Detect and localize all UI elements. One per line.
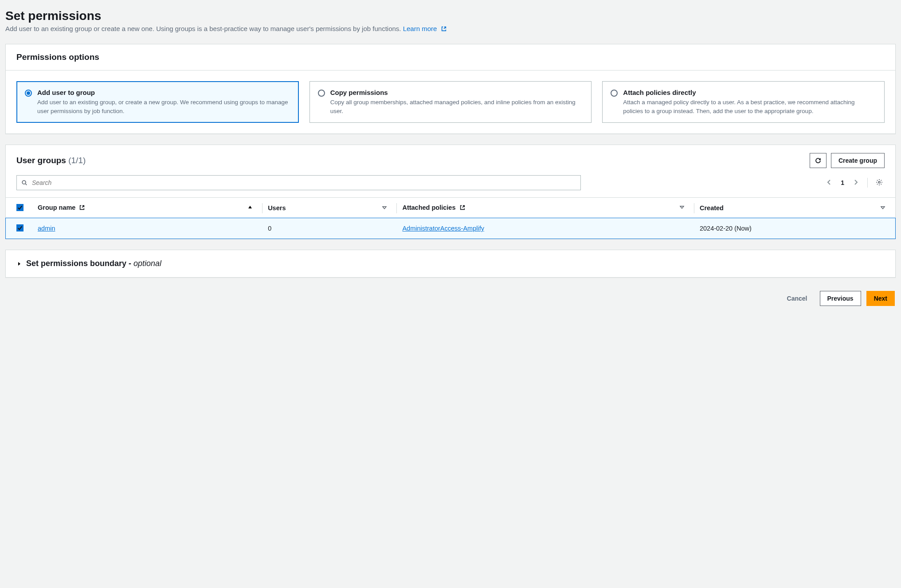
page-title: Set permissions <box>5 9 896 23</box>
divider <box>867 178 868 188</box>
pagination: 1 <box>824 177 885 189</box>
previous-label: Previous <box>827 295 854 302</box>
permissions-options-row: Add user to group Add user to an existin… <box>16 81 885 123</box>
external-link-icon <box>441 26 447 33</box>
permissions-options-header: Permissions options <box>6 44 895 71</box>
col-policies[interactable]: Attached policies <box>397 198 694 219</box>
table-row[interactable]: admin 0 AdministratorAccess-Amplify 2024… <box>6 218 895 239</box>
sort-asc-icon <box>247 204 253 211</box>
page-number: 1 <box>841 179 844 186</box>
user-groups-panel: User groups (1/1) Create group 1 <box>5 145 896 239</box>
option-title: Copy permissions <box>330 89 584 96</box>
user-groups-title: User groups (1/1) <box>16 156 86 165</box>
option-desc: Copy all group memberships, attached man… <box>330 98 584 115</box>
col-created-label: Created <box>700 204 724 212</box>
radio-icon <box>318 90 325 97</box>
select-all-checkbox[interactable] <box>16 204 24 211</box>
filter-icon <box>880 204 885 212</box>
col-group-name[interactable]: Group name <box>32 198 262 219</box>
col-group-name-label: Group name <box>38 204 75 211</box>
refresh-button[interactable] <box>810 153 827 168</box>
search-icon <box>21 180 27 186</box>
policy-link[interactable]: AdministratorAccess-Amplify <box>402 225 484 232</box>
user-groups-table: Group name Users Attached policies <box>6 197 895 239</box>
external-link-icon <box>459 204 466 212</box>
footer-actions: Cancel Previous Next <box>5 288 896 315</box>
option-title: Attach policies directly <box>623 89 876 96</box>
learn-more-label: Learn more <box>403 25 437 32</box>
col-policies-label: Attached policies <box>402 204 455 211</box>
filter-icon <box>679 204 685 211</box>
caret-right-icon <box>16 261 22 267</box>
group-name-link[interactable]: admin <box>38 225 55 232</box>
radio-icon <box>611 90 618 97</box>
cancel-label: Cancel <box>787 295 807 302</box>
permissions-boundary-toggle[interactable]: Set permissions boundary - optional <box>6 250 895 277</box>
permissions-boundary-title-text: Set permissions boundary - <box>26 259 133 268</box>
external-link-icon <box>79 204 85 212</box>
page-description: Add user to an existing group or create … <box>5 25 896 33</box>
user-groups-count: (1/1) <box>68 156 86 165</box>
radio-icon <box>25 90 32 97</box>
cell-users: 0 <box>262 218 397 239</box>
option-desc: Add user to an existing group, or create… <box>37 98 290 115</box>
gear-icon <box>876 179 883 186</box>
permissions-boundary-panel: Set permissions boundary - optional <box>5 250 896 278</box>
col-users-label: Users <box>268 204 286 212</box>
cell-created: 2024-02-20 (Now) <box>694 218 895 239</box>
cancel-button[interactable]: Cancel <box>780 291 815 306</box>
prev-page-button[interactable] <box>824 177 834 189</box>
settings-button[interactable] <box>874 177 885 189</box>
permissions-boundary-title: Set permissions boundary - optional <box>26 259 161 268</box>
previous-button[interactable]: Previous <box>820 291 861 306</box>
search-input[interactable] <box>31 179 576 187</box>
row-checkbox[interactable] <box>16 224 24 231</box>
check-icon <box>17 204 23 211</box>
refresh-icon <box>815 157 822 164</box>
next-page-button[interactable] <box>850 177 861 189</box>
chevron-right-icon <box>852 179 859 186</box>
check-icon <box>17 225 23 231</box>
permissions-boundary-optional: optional <box>133 259 161 268</box>
learn-more-link[interactable]: Learn more <box>403 25 447 32</box>
option-attach-policies[interactable]: Attach policies directly Attach a manage… <box>602 81 885 123</box>
permissions-options-panel: Permissions options Add user to group Ad… <box>5 44 896 134</box>
user-groups-title-text: User groups <box>16 156 66 165</box>
col-users[interactable]: Users <box>262 198 397 219</box>
filter-icon <box>382 204 387 212</box>
next-button[interactable]: Next <box>866 291 895 306</box>
create-group-button[interactable]: Create group <box>831 153 885 168</box>
col-created[interactable]: Created <box>694 198 895 219</box>
option-copy-permissions[interactable]: Copy permissions Copy all group membersh… <box>309 81 592 123</box>
option-title: Add user to group <box>37 89 290 96</box>
search-box[interactable] <box>16 175 581 190</box>
next-label: Next <box>874 295 887 302</box>
option-desc: Attach a managed policy directly to a us… <box>623 98 876 115</box>
option-add-to-group[interactable]: Add user to group Add user to an existin… <box>16 81 299 123</box>
chevron-left-icon <box>826 179 833 186</box>
page-description-text: Add user to an existing group or create … <box>5 25 401 32</box>
create-group-label: Create group <box>838 157 877 164</box>
